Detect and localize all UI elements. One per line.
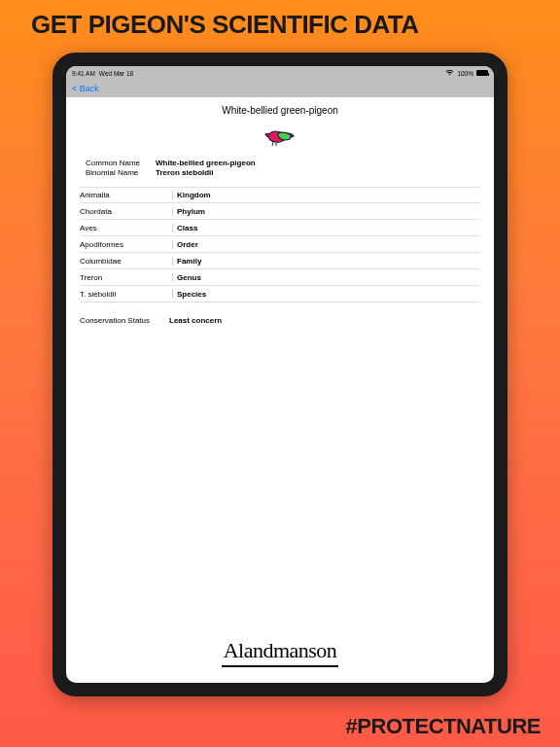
promo-hashtag: #PROTECTNATURE bbox=[346, 714, 541, 739]
tax-value: Animalia bbox=[80, 191, 173, 199]
tax-label: Order bbox=[173, 240, 198, 249]
tablet-frame: 9:41 AM Wed Mar 18 100% < Back White-bel… bbox=[52, 53, 508, 696]
tax-value: Columbidae bbox=[80, 257, 173, 266]
tablet-screen: 9:41 AM Wed Mar 18 100% < Back White-bel… bbox=[66, 66, 494, 683]
common-name-row: Common Name White-bellied green-pigeon bbox=[80, 159, 480, 167]
tax-label: Genus bbox=[173, 273, 201, 282]
promo-headline: GET PIGEON'S SCIENTIFIC DATA bbox=[31, 10, 419, 40]
table-row: T. sieboldii Species bbox=[80, 286, 480, 302]
status-bar: 9:41 AM Wed Mar 18 100% bbox=[66, 66, 494, 80]
status-time: 9:41 AM bbox=[72, 70, 95, 77]
binomial-name-value: Treron sieboldii bbox=[156, 168, 214, 177]
pigeon-icon bbox=[262, 125, 298, 151]
taxonomy-table: Animalia Kingdom Chordata Phylum Aves Cl… bbox=[80, 187, 480, 302]
tax-label: Family bbox=[173, 257, 201, 266]
author-underline bbox=[222, 665, 338, 667]
tax-value: Chordata bbox=[80, 207, 173, 216]
conservation-row: Conservation Status Least concern bbox=[80, 316, 480, 325]
svg-point-0 bbox=[268, 134, 270, 136]
author-block: Alandmanson bbox=[222, 638, 338, 667]
tax-value: Treron bbox=[80, 273, 173, 282]
common-name-label: Common Name bbox=[86, 159, 156, 167]
binomial-name-label: Binomial Name bbox=[86, 168, 156, 177]
tax-value: Apodiformes bbox=[80, 240, 173, 249]
content-area: White-bellied green-pigeon Common Name W… bbox=[66, 97, 494, 325]
common-name-value: White-bellied green-pigeon bbox=[156, 159, 256, 167]
conservation-label: Conservation Status bbox=[80, 316, 169, 325]
table-row: Animalia Kingdom bbox=[80, 187, 480, 203]
author-name: Alandmanson bbox=[222, 638, 338, 663]
table-row: Treron Genus bbox=[80, 269, 480, 286]
tax-label: Phylum bbox=[173, 207, 205, 216]
status-battery-text: 100% bbox=[457, 70, 473, 77]
table-row: Columbidae Family bbox=[80, 253, 480, 269]
page-title: White-bellied green-pigeon bbox=[80, 105, 480, 116]
tax-label: Species bbox=[173, 290, 206, 299]
tax-label: Class bbox=[173, 224, 197, 232]
binomial-name-row: Binomial Name Treron sieboldii bbox=[80, 168, 480, 177]
nav-bar: < Back bbox=[66, 80, 494, 97]
battery-icon bbox=[476, 70, 488, 76]
tax-label: Kingdom bbox=[173, 191, 211, 199]
wifi-icon bbox=[445, 69, 454, 77]
status-date: Wed Mar 18 bbox=[99, 70, 133, 77]
table-row: Chordata Phylum bbox=[80, 203, 480, 220]
tax-value: T. sieboldii bbox=[80, 290, 173, 299]
back-button[interactable]: < Back bbox=[72, 84, 99, 93]
table-row: Apodiformes Order bbox=[80, 236, 480, 253]
conservation-value: Least concern bbox=[169, 316, 222, 325]
tax-value: Aves bbox=[80, 224, 173, 232]
table-row: Aves Class bbox=[80, 220, 480, 236]
